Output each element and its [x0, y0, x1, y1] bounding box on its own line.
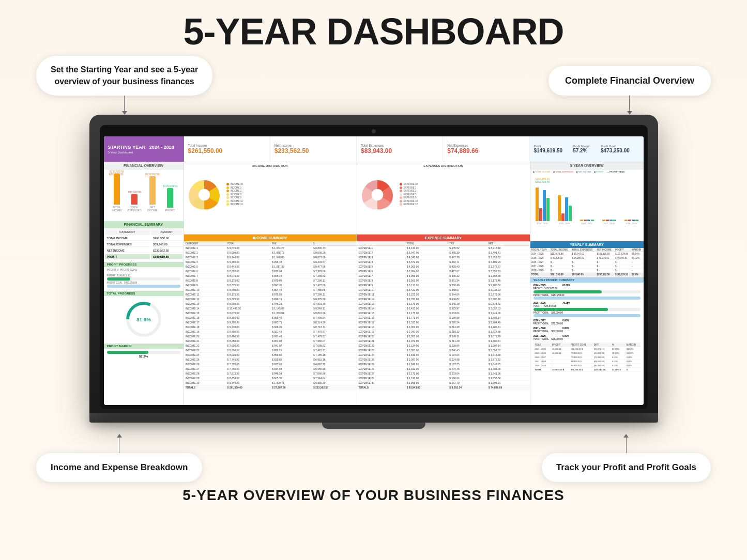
- table-row: INCOME 22$ 7,650.00$ 841.07$ 7,008.93: [184, 344, 357, 348]
- financial-overview-title: FINANCIAL OVERVIEW: [104, 162, 184, 169]
- bottom-callout-right-bubble: Track your Profit and Profit Goals: [542, 453, 711, 482]
- table-row: INCOME 26$ 7,755.00$ 827.68$ 6,897.32: [184, 362, 357, 367]
- expenses-pie-container: EXPENSE 30 EXPENSE 1 EXPENSE 2 EXPENSE 5…: [359, 169, 528, 221]
- income-data-table: CATEGORYTOTALTAX$ INCOME 1$ 9,645.00$ 1,…: [184, 241, 357, 390]
- table-row: EXPENSE 17$ 2,535.00$ 270.54$ 2,264.46: [357, 320, 530, 325]
- bar-exp-label: TOTALEXPENSES: [128, 206, 142, 212]
- year-2028-row: 2028 - 2029 0.00% PROFIT GOAL $96,000.00: [533, 335, 641, 340]
- table-row: EXPENSE 21$ 1,972.00$ 211.29$ 1,760.71: [357, 339, 530, 344]
- table-row: EXPENSE 27$ 1,911.00$ 204.75$ 1,706.25: [357, 367, 530, 371]
- profit-value: $149,619.50: [534, 148, 563, 153]
- bar-expenses: $83,943.00 TOTALEXPENSES: [127, 191, 143, 212]
- total-income-value: $261,550.00: [188, 147, 266, 154]
- table-row: EXPENSE 2$ 3,947.00$ 455.39$ 3,491.41: [357, 251, 530, 255]
- tables-row: INCOME SUMMARY CATEGORYTOTALTAX$ INCOME …: [184, 235, 530, 405]
- table-row: INCOME 2$ 9,995.00$ 1,058.72$ 8,936.28: [184, 251, 357, 255]
- bar-profit-label: PROFIT: [165, 209, 175, 212]
- financial-summary-title: FINANCIAL SUMMARY: [104, 221, 184, 228]
- svg-point-6: [371, 189, 383, 200]
- callout-arrow-left: [122, 111, 127, 115]
- table-row: EXPENSE 22$ 2,134.00$ 228.64$ 1,907.14: [357, 344, 530, 348]
- table-row: EXPENSE 10$ 3,422.00$ 388.07$ 3,033.93: [357, 288, 530, 292]
- table-row: EXPENSE 25$ 2,097.00$ 224.68$ 1,872.32: [357, 357, 530, 362]
- left-panel: FINANCIAL OVERVIEW $261,550.00 $233,562.…: [104, 162, 184, 405]
- laptop-container: STARTING YEAR 2024 - 2028 5-Year Dashboa…: [89, 115, 658, 429]
- table-row: INCOME 29$ 8,450.00$ 905.36$ 7,544.64: [184, 376, 357, 381]
- mini-chart-area: $261,550.00 $233,562.50 TOTALINCOME: [104, 169, 184, 221]
- ov-2028: 2028 - 2029: [622, 220, 641, 225]
- yearly-profit-section: YEARLY PROFIT SUMMARY 2024 - 2025 63.68%…: [530, 277, 644, 405]
- center-panels: INCOME DISTRIBUTION: [184, 162, 530, 405]
- callout-line-right: [629, 96, 630, 111]
- top-callout-left-bubble: Set the Starting Year and see a 5-yearov…: [36, 56, 212, 96]
- mini-bars: $233,562.50 TOTALINCOME $83,943.00 TOTAL…: [107, 176, 180, 212]
- total-progress-title: TOTAL PROGRESS: [104, 291, 184, 296]
- bottom-callout-right: Track your Profit and Profit Goals: [542, 434, 711, 482]
- laptop-bezel: STARTING YEAR 2024 - 2028 5-Year Dashboa…: [100, 125, 648, 409]
- table-row: INCOME 1$ 9,645.00$ 1,044.27$ 8,800.73: [184, 246, 357, 251]
- table-row: EXPENSE 13$ 3,175.00$ 340.18$ 2,834.82: [357, 302, 530, 306]
- bar-net-income: $233,562.50 NETINCOME: [145, 173, 161, 212]
- page-wrapper: 5-YEAR DASHBOARD Set the Starting Year a…: [0, 0, 747, 560]
- table-row: EXPENSE 9$ 3,111.00$ 330.48$ 2,780.52: [357, 283, 530, 288]
- year-2026-row: 2026 - 2027 0.00% PROFIT GOAL $72,000.00: [533, 319, 641, 325]
- spreadsheet: STARTING YEAR 2024 - 2028 5-Year Dashboa…: [104, 136, 644, 405]
- table-row: EXPENSE 5$ 4,008.00$ 429.43$ 3,578.57: [357, 265, 530, 269]
- table-row: 2025 - 202646,940.6172,000.00 $(25,059.3…: [533, 351, 641, 355]
- laptop-outer: STARTING YEAR 2024 - 2028 5-Year Dashboa…: [89, 115, 658, 413]
- profit-progress-title: PROFIT PROGRESS: [104, 262, 184, 267]
- table-row: 2026 - 2027$ -$ -$ -$ --: [530, 260, 644, 265]
- table-row: EXPENSE 30$ 1,966.00$ 272.79$ 1,693.21: [357, 381, 530, 385]
- total-expenses-value: $83,943.00: [361, 147, 438, 154]
- ov-2024: 2024 - 2025: [533, 188, 552, 225]
- bar-profit: [167, 188, 173, 208]
- starting-year-label: STARTING YEAR 2024 - 2028: [108, 145, 180, 150]
- profit-goal-value: $473,250.00: [601, 148, 630, 153]
- top-callout-left: Set the Starting Year and see a 5-yearov…: [36, 56, 212, 115]
- profit-box: Profit $149,619.50 Profit Margin 57.2% P…: [530, 136, 644, 162]
- donut-container: 31.6%: [104, 296, 184, 343]
- yearly-summary-header: YEARLY SUMMARY: [530, 241, 644, 248]
- table-row: TOTAL$261,550.00$83,943.00$233,562.50$14…: [530, 273, 644, 277]
- table-row: 2027 - 2028$ -$ -$ -$ --: [530, 265, 644, 269]
- table-row: 2024 - 2025$102,678.89$ 58,647.00$161,32…: [530, 252, 644, 256]
- expense-data-table: TOTALTAXNET EXPENSE 1$ 4,141.00$ 445.52$…: [357, 241, 530, 390]
- five-year-overview-title: 5-YEAR OVERVIEW: [530, 162, 644, 169]
- table-row: 2026 - 2027 - 72,000.00 $(72,000.00)0.00…: [533, 355, 641, 360]
- yearly-summary-table: FISCAL YEARTOTAL INCOMETOTAL EXPENSESNET…: [530, 248, 644, 277]
- top-callout-right: Complete Financial Overview: [548, 66, 711, 115]
- table-row: INCOME 20$ 8,400.00$ 921.43$ 7,478.57: [184, 334, 357, 339]
- expenses-pie-legend: EXPENSE 30 EXPENSE 1 EXPENSE 2 EXPENSE 5…: [400, 183, 528, 207]
- callout-arrow-up-left: [117, 434, 122, 438]
- table-row: INCOME 23$ 8,300.00$ 889.29$ 7,410.71: [184, 348, 357, 353]
- bar-net: [149, 176, 156, 205]
- net-income-metric: Net Income $233,562.50: [270, 136, 357, 162]
- table-row: 2028 - 2029$ -$ -$ -$ --: [530, 269, 644, 273]
- callout-line-up-right: [626, 438, 627, 453]
- yearly-summary-section: YEARLY SUMMARY FISCAL YEARTOTAL INCOMETO…: [530, 241, 644, 277]
- table-row: EXPENSE 3$ 4,347.00$ 487.38$ 3,859.62: [357, 255, 530, 260]
- bar-profit: $149,619.50 PROFIT: [162, 184, 178, 212]
- yearly-profit-title: YEARLY PROFIT SUMMARY: [530, 277, 644, 283]
- table-row: INCOME 6$ 8,250.00$ 870.94$ 7,379.06: [184, 269, 357, 274]
- callout-arrow-right: [627, 111, 632, 115]
- table-row: EXPENSE 1$ 4,141.00$ 445.52$ 3,715.18: [357, 246, 530, 251]
- bar-net-label: NETINCOME: [147, 206, 158, 212]
- income-dist-label: INCOME DISTRIBUTION: [186, 164, 355, 167]
- table-row: INCOME 24$ 8,025.00$ 859.82$ 7,165.18: [184, 353, 357, 357]
- net-expenses-value: $74,889.66: [447, 147, 525, 154]
- year-2024-row: 2024 - 2025 63.68% PROFIT $102,678.89 PR…: [533, 284, 641, 300]
- table-row: 2027 - 2028 - 84,000.00 $(84,000.00)0.00…: [533, 360, 641, 364]
- bottom-callout-left: Income and Expense Breakdown: [36, 434, 202, 482]
- net-expenses-metric: Net Expenses $74,889.66: [443, 136, 529, 162]
- table-row: INCOME 25$ 7,745.00$ 829.82$ 6,915.18: [184, 357, 357, 362]
- charts-row: INCOME DISTRIBUTION: [184, 162, 530, 235]
- table-row: INCOME 14$ 10,495.00$ 1,145.89$ 9,549.11: [184, 306, 357, 311]
- table-row: EXPENSE 11$ 3,221.00$ 344.04$ 2,876.96: [357, 292, 530, 297]
- spreadsheet-header: STARTING YEAR 2024 - 2028 5-Year Dashboa…: [104, 136, 644, 162]
- laptop-base: [89, 413, 658, 423]
- svg-point-4: [198, 189, 209, 200]
- right-panel: 5-YEAR OVERVIEW ■ TOTAL INCOME ■ TOTAL E…: [530, 162, 644, 405]
- profit-item: Profit $149,619.50: [534, 145, 563, 153]
- table-row: INCOME 9$ 8,375.00$ 897.32$ 7,477.68: [184, 283, 357, 288]
